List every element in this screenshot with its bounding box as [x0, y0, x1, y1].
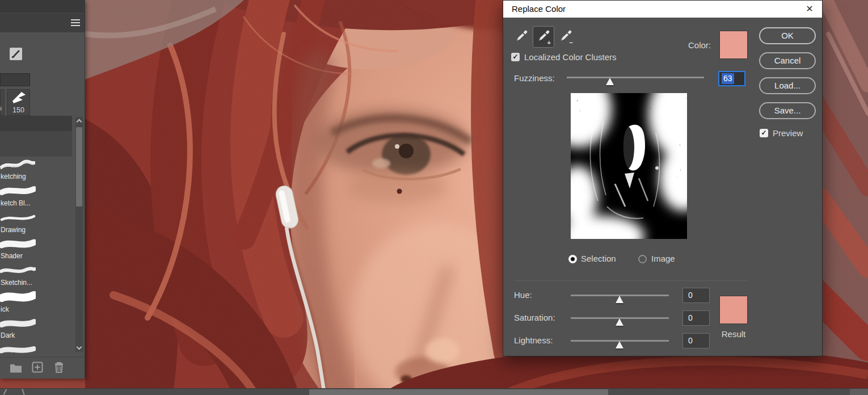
brush-stroke-preview — [0, 343, 36, 357]
brush-stroke-preview — [0, 157, 36, 172]
brush-item-label: Shader — [1, 252, 23, 260]
brush-size-tile-partial[interactable]: 0 — [0, 89, 5, 116]
photoshop-workspace: 0 150 ketching ketch Bl... — [0, 0, 868, 395]
panel-top-strip — [0, 0, 85, 12]
brush-item[interactable]: Drawing — [0, 210, 36, 236]
result-swatch — [719, 296, 748, 324]
brush-search-field[interactable] — [0, 73, 30, 86]
panel-header — [0, 13, 85, 32]
hue-input[interactable]: 0 — [682, 288, 710, 303]
horizontal-scrollbar[interactable] — [0, 388, 868, 395]
fuzziness-input[interactable]: 63 — [718, 71, 745, 86]
brush-item[interactable]: Dark — [0, 316, 36, 342]
color-label: Color: — [668, 40, 711, 50]
brush-item[interactable]: Sketchin... — [0, 263, 36, 289]
close-icon[interactable]: ✕ — [802, 1, 818, 18]
brush-item-label: Drawing — [1, 226, 26, 234]
preview-checkbox[interactable]: ✓ — [760, 129, 768, 137]
eyedropper-button[interactable] — [511, 26, 532, 48]
selection-radio-label: Selection — [581, 254, 616, 263]
brush-mark-icon — [10, 91, 27, 104]
image-radio-label: Image — [651, 254, 675, 263]
brushes-panel: 0 150 ketching ketch Bl... — [0, 0, 85, 379]
result-label: Result — [719, 329, 748, 339]
preview-checkbox-label: Preview — [773, 128, 803, 138]
eyedropper-add-button[interactable]: + — [533, 26, 554, 48]
saturation-label: Saturation: — [514, 313, 555, 322]
check-icon: ✓ — [512, 53, 518, 61]
bar-mark — [3, 389, 7, 395]
check-icon: ✓ — [761, 129, 766, 137]
selected-brush-row[interactable] — [0, 131, 72, 157]
bar-mark — [22, 389, 24, 395]
partial-size-value: 0 — [0, 105, 2, 113]
dialog-titlebar[interactable]: Replace Color ✕ — [503, 1, 822, 18]
brush-item-label: ketch Bl... — [1, 199, 31, 207]
scroll-up-icon[interactable] — [77, 119, 82, 125]
load-button[interactable]: Load... — [759, 77, 816, 94]
scrollbar-thumb[interactable] — [76, 127, 82, 207]
section-divider — [514, 280, 748, 281]
folder-icon[interactable] — [10, 363, 22, 373]
brush-list-scrollbar[interactable] — [75, 117, 83, 352]
brush-stroke-preview — [0, 211, 36, 225]
brush-preset-list: ketching ketch Bl... Drawing Shader — [0, 116, 72, 357]
lightness-slider-thumb[interactable] — [616, 341, 623, 348]
panel-footer — [0, 357, 85, 379]
scrollbar-corner — [850, 389, 868, 395]
color-swatch[interactable] — [719, 31, 748, 59]
hue-label: Hue: — [514, 290, 532, 300]
lightness-value: 0 — [688, 336, 693, 345]
brush-item[interactable] — [0, 342, 36, 357]
brush-size-value: 150 — [7, 106, 30, 114]
saturation-slider-thumb[interactable] — [616, 318, 623, 326]
brush-group-header[interactable] — [0, 116, 72, 131]
brush-item[interactable]: ketch Bl... — [0, 183, 36, 209]
lightness-input[interactable]: 0 — [682, 333, 710, 348]
scroll-down-icon[interactable] — [77, 344, 82, 350]
fuzziness-slider-thumb[interactable] — [606, 78, 614, 85]
horizontal-scrollbar-thumb[interactable] — [309, 389, 608, 395]
brush-item-label: ick — [1, 305, 9, 313]
brush-item[interactable]: ketching — [0, 157, 36, 183]
saturation-value: 0 — [688, 313, 693, 322]
image-radio[interactable] — [638, 255, 647, 263]
ok-button[interactable]: OK — [759, 27, 816, 44]
brush-item-label: Sketchin... — [1, 279, 32, 287]
delete-brush-icon[interactable] — [54, 361, 64, 373]
brush-stroke-preview — [0, 263, 36, 278]
fuzziness-value: 63 — [722, 73, 734, 84]
saturation-input[interactable]: 0 — [682, 310, 710, 326]
brush-stroke-preview — [0, 290, 36, 305]
lightness-label: Lightness: — [514, 335, 553, 345]
panel-menu-icon[interactable] — [71, 19, 80, 26]
fuzziness-slider-track[interactable] — [567, 77, 704, 78]
fuzziness-label: Fuzziness: — [514, 73, 555, 83]
brush-item-label: Dark — [1, 331, 15, 339]
localized-clusters-label: Localized Color Clusters — [524, 52, 617, 62]
plus-sign: + — [547, 39, 551, 46]
selection-radio[interactable] — [568, 255, 577, 263]
brush-stroke-preview — [0, 316, 36, 331]
brush-item-label: ketching — [1, 173, 26, 180]
cancel-button[interactable]: Cancel — [759, 52, 816, 69]
brush-item[interactable]: Shader — [0, 236, 36, 262]
hue-value: 0 — [688, 291, 693, 300]
brush-tool-icon[interactable] — [10, 48, 22, 60]
brush-stroke-preview — [0, 184, 36, 199]
brush-stroke-preview — [0, 237, 36, 251]
eyedropper-subtract-button[interactable]: − — [555, 26, 576, 48]
preview-thumbnail[interactable] — [571, 93, 687, 239]
brush-glyph — [10, 48, 22, 60]
brush-size-tile-selected[interactable]: 150 — [7, 89, 30, 116]
replace-color-dialog: Replace Color ✕ + − Color: — [503, 0, 823, 356]
dialog-title: Replace Color — [512, 1, 566, 18]
minus-sign: − — [570, 39, 573, 46]
save-button[interactable]: Save... — [759, 102, 816, 119]
localized-clusters-checkbox[interactable]: ✓ — [511, 53, 520, 61]
hue-slider-thumb[interactable] — [616, 296, 623, 303]
new-brush-icon[interactable] — [32, 362, 43, 373]
brush-item[interactable]: ick — [0, 289, 36, 316]
eyedropper-icon — [515, 30, 529, 44]
